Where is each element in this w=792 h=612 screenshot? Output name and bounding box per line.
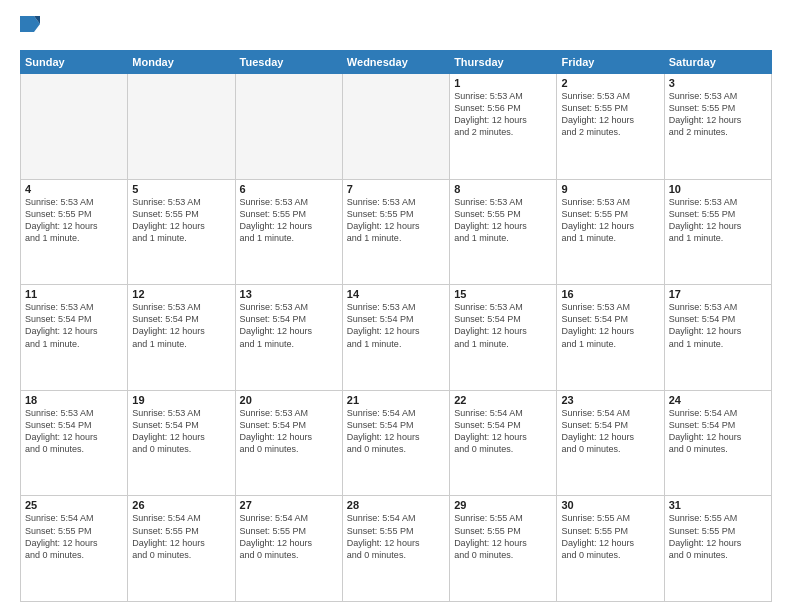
calendar-cell: 5Sunrise: 5:53 AM Sunset: 5:55 PM Daylig… [128, 179, 235, 285]
day-number: 24 [669, 394, 767, 406]
calendar-cell: 4Sunrise: 5:53 AM Sunset: 5:55 PM Daylig… [21, 179, 128, 285]
day-header-wednesday: Wednesday [342, 51, 449, 74]
page: SundayMondayTuesdayWednesdayThursdayFrid… [0, 0, 792, 612]
day-header-thursday: Thursday [450, 51, 557, 74]
calendar-cell: 8Sunrise: 5:53 AM Sunset: 5:55 PM Daylig… [450, 179, 557, 285]
day-info: Sunrise: 5:53 AM Sunset: 5:55 PM Dayligh… [347, 196, 445, 245]
calendar-cell: 18Sunrise: 5:53 AM Sunset: 5:54 PM Dayli… [21, 390, 128, 496]
day-number: 5 [132, 183, 230, 195]
day-number: 22 [454, 394, 552, 406]
day-info: Sunrise: 5:53 AM Sunset: 5:55 PM Dayligh… [669, 90, 767, 139]
calendar-week-3: 11Sunrise: 5:53 AM Sunset: 5:54 PM Dayli… [21, 285, 772, 391]
day-header-tuesday: Tuesday [235, 51, 342, 74]
day-info: Sunrise: 5:53 AM Sunset: 5:54 PM Dayligh… [240, 407, 338, 456]
calendar-cell: 23Sunrise: 5:54 AM Sunset: 5:54 PM Dayli… [557, 390, 664, 496]
calendar-cell: 29Sunrise: 5:55 AM Sunset: 5:55 PM Dayli… [450, 496, 557, 602]
day-info: Sunrise: 5:53 AM Sunset: 5:55 PM Dayligh… [669, 196, 767, 245]
logo [20, 16, 44, 40]
day-info: Sunrise: 5:54 AM Sunset: 5:55 PM Dayligh… [25, 512, 123, 561]
calendar-cell [128, 74, 235, 180]
day-number: 11 [25, 288, 123, 300]
day-number: 1 [454, 77, 552, 89]
calendar-cell: 17Sunrise: 5:53 AM Sunset: 5:54 PM Dayli… [664, 285, 771, 391]
day-number: 25 [25, 499, 123, 511]
day-info: Sunrise: 5:53 AM Sunset: 5:55 PM Dayligh… [561, 196, 659, 245]
day-number: 28 [347, 499, 445, 511]
header [20, 16, 772, 40]
day-info: Sunrise: 5:53 AM Sunset: 5:55 PM Dayligh… [240, 196, 338, 245]
day-info: Sunrise: 5:53 AM Sunset: 5:54 PM Dayligh… [561, 301, 659, 350]
day-header-sunday: Sunday [21, 51, 128, 74]
day-header-monday: Monday [128, 51, 235, 74]
calendar-cell: 19Sunrise: 5:53 AM Sunset: 5:54 PM Dayli… [128, 390, 235, 496]
day-info: Sunrise: 5:53 AM Sunset: 5:54 PM Dayligh… [347, 301, 445, 350]
calendar-week-1: 1Sunrise: 5:53 AM Sunset: 5:56 PM Daylig… [21, 74, 772, 180]
day-info: Sunrise: 5:54 AM Sunset: 5:55 PM Dayligh… [132, 512, 230, 561]
calendar-cell: 26Sunrise: 5:54 AM Sunset: 5:55 PM Dayli… [128, 496, 235, 602]
day-number: 16 [561, 288, 659, 300]
calendar-cell: 31Sunrise: 5:55 AM Sunset: 5:55 PM Dayli… [664, 496, 771, 602]
calendar-table: SundayMondayTuesdayWednesdayThursdayFrid… [20, 50, 772, 602]
calendar-header-row: SundayMondayTuesdayWednesdayThursdayFrid… [21, 51, 772, 74]
calendar-cell: 13Sunrise: 5:53 AM Sunset: 5:54 PM Dayli… [235, 285, 342, 391]
calendar-cell: 30Sunrise: 5:55 AM Sunset: 5:55 PM Dayli… [557, 496, 664, 602]
calendar-cell: 27Sunrise: 5:54 AM Sunset: 5:55 PM Dayli… [235, 496, 342, 602]
logo-icon [20, 16, 40, 40]
day-number: 19 [132, 394, 230, 406]
day-number: 18 [25, 394, 123, 406]
calendar-cell: 2Sunrise: 5:53 AM Sunset: 5:55 PM Daylig… [557, 74, 664, 180]
calendar-cell: 3Sunrise: 5:53 AM Sunset: 5:55 PM Daylig… [664, 74, 771, 180]
day-info: Sunrise: 5:54 AM Sunset: 5:54 PM Dayligh… [454, 407, 552, 456]
day-info: Sunrise: 5:53 AM Sunset: 5:54 PM Dayligh… [132, 407, 230, 456]
day-info: Sunrise: 5:55 AM Sunset: 5:55 PM Dayligh… [561, 512, 659, 561]
day-info: Sunrise: 5:53 AM Sunset: 5:54 PM Dayligh… [669, 301, 767, 350]
day-info: Sunrise: 5:54 AM Sunset: 5:55 PM Dayligh… [240, 512, 338, 561]
calendar-cell: 16Sunrise: 5:53 AM Sunset: 5:54 PM Dayli… [557, 285, 664, 391]
day-info: Sunrise: 5:54 AM Sunset: 5:54 PM Dayligh… [347, 407, 445, 456]
day-info: Sunrise: 5:54 AM Sunset: 5:54 PM Dayligh… [669, 407, 767, 456]
day-header-saturday: Saturday [664, 51, 771, 74]
calendar-cell: 24Sunrise: 5:54 AM Sunset: 5:54 PM Dayli… [664, 390, 771, 496]
day-info: Sunrise: 5:53 AM Sunset: 5:55 PM Dayligh… [25, 196, 123, 245]
day-info: Sunrise: 5:54 AM Sunset: 5:54 PM Dayligh… [561, 407, 659, 456]
day-info: Sunrise: 5:55 AM Sunset: 5:55 PM Dayligh… [669, 512, 767, 561]
day-number: 14 [347, 288, 445, 300]
day-info: Sunrise: 5:53 AM Sunset: 5:54 PM Dayligh… [454, 301, 552, 350]
calendar-week-4: 18Sunrise: 5:53 AM Sunset: 5:54 PM Dayli… [21, 390, 772, 496]
day-info: Sunrise: 5:55 AM Sunset: 5:55 PM Dayligh… [454, 512, 552, 561]
day-number: 13 [240, 288, 338, 300]
calendar-cell: 14Sunrise: 5:53 AM Sunset: 5:54 PM Dayli… [342, 285, 449, 391]
day-number: 17 [669, 288, 767, 300]
calendar-cell: 28Sunrise: 5:54 AM Sunset: 5:55 PM Dayli… [342, 496, 449, 602]
day-info: Sunrise: 5:53 AM Sunset: 5:55 PM Dayligh… [132, 196, 230, 245]
calendar-cell: 15Sunrise: 5:53 AM Sunset: 5:54 PM Dayli… [450, 285, 557, 391]
day-number: 12 [132, 288, 230, 300]
calendar-cell [235, 74, 342, 180]
calendar-week-2: 4Sunrise: 5:53 AM Sunset: 5:55 PM Daylig… [21, 179, 772, 285]
day-number: 8 [454, 183, 552, 195]
calendar-cell: 7Sunrise: 5:53 AM Sunset: 5:55 PM Daylig… [342, 179, 449, 285]
calendar-cell [342, 74, 449, 180]
day-info: Sunrise: 5:53 AM Sunset: 5:54 PM Dayligh… [25, 407, 123, 456]
calendar-cell: 1Sunrise: 5:53 AM Sunset: 5:56 PM Daylig… [450, 74, 557, 180]
day-number: 26 [132, 499, 230, 511]
day-info: Sunrise: 5:53 AM Sunset: 5:55 PM Dayligh… [561, 90, 659, 139]
day-info: Sunrise: 5:54 AM Sunset: 5:55 PM Dayligh… [347, 512, 445, 561]
day-number: 29 [454, 499, 552, 511]
day-info: Sunrise: 5:53 AM Sunset: 5:54 PM Dayligh… [132, 301, 230, 350]
calendar-cell: 10Sunrise: 5:53 AM Sunset: 5:55 PM Dayli… [664, 179, 771, 285]
day-info: Sunrise: 5:53 AM Sunset: 5:54 PM Dayligh… [25, 301, 123, 350]
calendar-cell [21, 74, 128, 180]
day-info: Sunrise: 5:53 AM Sunset: 5:54 PM Dayligh… [240, 301, 338, 350]
day-number: 30 [561, 499, 659, 511]
day-number: 31 [669, 499, 767, 511]
day-number: 27 [240, 499, 338, 511]
calendar-cell: 11Sunrise: 5:53 AM Sunset: 5:54 PM Dayli… [21, 285, 128, 391]
day-header-friday: Friday [557, 51, 664, 74]
day-number: 10 [669, 183, 767, 195]
calendar-cell: 6Sunrise: 5:53 AM Sunset: 5:55 PM Daylig… [235, 179, 342, 285]
day-info: Sunrise: 5:53 AM Sunset: 5:56 PM Dayligh… [454, 90, 552, 139]
calendar-cell: 9Sunrise: 5:53 AM Sunset: 5:55 PM Daylig… [557, 179, 664, 285]
day-number: 3 [669, 77, 767, 89]
calendar-cell: 20Sunrise: 5:53 AM Sunset: 5:54 PM Dayli… [235, 390, 342, 496]
